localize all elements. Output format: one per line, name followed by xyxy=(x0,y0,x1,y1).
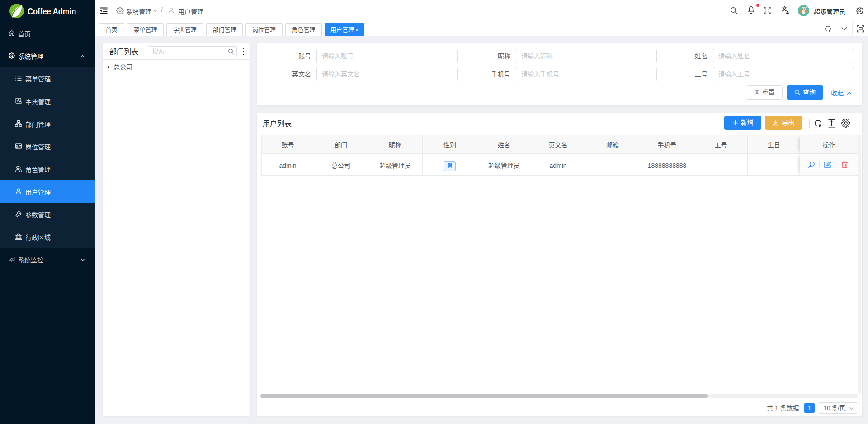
svg-text:A: A xyxy=(786,10,789,15)
